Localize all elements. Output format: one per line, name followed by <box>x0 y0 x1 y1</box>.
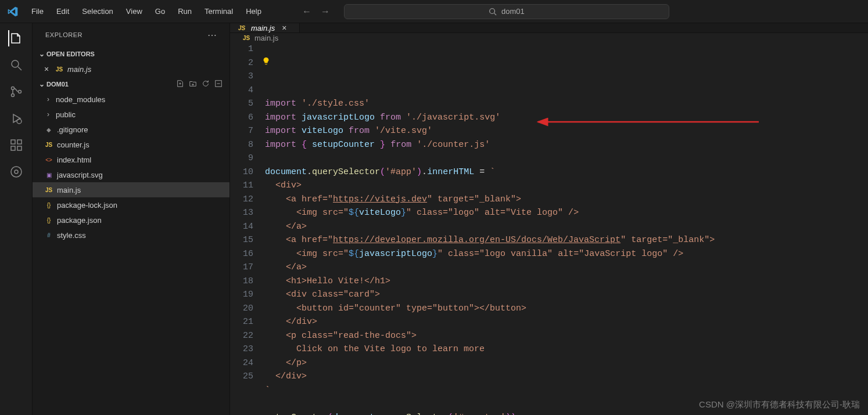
collapse-icon[interactable] <box>214 80 223 89</box>
open-editor-item[interactable]: ×JSmain.js <box>33 62 229 77</box>
menu-edit[interactable]: Edit <box>51 5 75 18</box>
code-line[interactable]: <div> <box>265 179 868 193</box>
js-file-icon: JS <box>44 140 53 149</box>
folder-name: DOM01 <box>46 81 69 88</box>
file-label: javascript.svg <box>57 171 103 179</box>
code-line[interactable]: import javascriptLogo from './javascript… <box>265 111 868 125</box>
svg-point-5 <box>11 94 14 97</box>
titlebar: FileEditSelectionViewGoRunTerminalHelp ←… <box>0 0 868 23</box>
menu-view[interactable]: View <box>120 5 148 18</box>
code-line[interactable]: <img src="${javascriptLogo}" class="logo… <box>265 247 868 261</box>
file-item[interactable]: JScounter.js <box>33 137 229 152</box>
file-label: main.js <box>67 65 91 74</box>
open-editors-label: OPEN EDITORS <box>46 50 95 57</box>
menu-run[interactable]: Run <box>172 5 198 18</box>
code-line[interactable]: setupCounter(document.querySelector('#co… <box>265 411 868 416</box>
open-editors-header[interactable]: ⌄ OPEN EDITORS <box>33 46 229 62</box>
svg-rect-8 <box>11 140 15 144</box>
nav-arrows: ← → <box>302 6 330 17</box>
menu-file[interactable]: File <box>26 5 49 18</box>
folder-header[interactable]: ⌄ DOM01 <box>33 77 229 92</box>
menu-terminal[interactable]: Terminal <box>199 5 239 18</box>
folder-item[interactable]: ›node_modules <box>33 92 229 107</box>
vscode-logo-icon <box>7 6 19 17</box>
code-line[interactable]: </p> <box>265 356 868 370</box>
code-content[interactable]: import './style.css'import javascriptLog… <box>265 42 868 415</box>
code-line[interactable]: document.querySelector('#app').innerHTML… <box>265 165 868 179</box>
svg-point-4 <box>11 87 14 90</box>
svg-point-6 <box>18 91 21 93</box>
search-activity-icon[interactable] <box>8 57 24 73</box>
file-item[interactable]: #style.css <box>33 228 229 243</box>
code-line[interactable]: </div> <box>265 370 868 384</box>
svg-point-7 <box>17 119 21 124</box>
code-line[interactable]: <button id="counter" type="button"></but… <box>265 302 868 316</box>
remote-icon[interactable] <box>8 164 24 180</box>
code-line[interactable]: Click on the Vite logo to learn more <box>265 342 868 356</box>
code-line[interactable]: </a> <box>265 220 868 234</box>
svg-line-1 <box>494 13 497 15</box>
menu-help[interactable]: Help <box>240 5 267 18</box>
file-item[interactable]: <>index.html <box>33 152 229 167</box>
file-label: package-lock.json <box>57 201 117 210</box>
sidebar: EXPLORER ⋯ ⌄ OPEN EDITORS ×JSmain.js ⌄ D… <box>33 23 230 415</box>
menu-selection[interactable]: Selection <box>76 5 119 18</box>
new-folder-icon[interactable] <box>189 80 197 89</box>
json-file-icon: {} <box>44 200 53 210</box>
watermark: CSDN @深圳市有德者科技有限公司-耿瑞 <box>699 399 860 410</box>
chevron-right-icon: › <box>44 110 52 118</box>
svg-point-12 <box>11 167 21 177</box>
close-icon[interactable]: × <box>42 64 51 74</box>
file-item[interactable]: {}package.json <box>33 212 229 228</box>
nav-back-icon[interactable]: ← <box>302 6 311 17</box>
lightbulb-icon[interactable] <box>261 56 271 66</box>
svg-point-2 <box>12 60 19 67</box>
code-line[interactable]: import viteLogo from '/vite.svg' <box>265 124 868 138</box>
new-file-icon[interactable] <box>176 80 184 89</box>
file-label: main.js <box>57 186 81 194</box>
command-center[interactable]: dom01 <box>344 4 669 19</box>
file-item[interactable]: ▣javascript.svg <box>33 167 229 182</box>
code-line[interactable]: ` <box>265 384 868 398</box>
svg-rect-9 <box>11 146 15 150</box>
code-line[interactable]: </a> <box>265 261 868 275</box>
source-control-icon[interactable] <box>8 84 24 100</box>
code-line[interactable]: <div class="card"> <box>265 288 868 302</box>
tab-label: main.js <box>251 24 275 33</box>
file-item[interactable]: JSmain.js <box>33 182 229 197</box>
file-label: index.html <box>57 156 91 164</box>
code-line[interactable] <box>265 151 868 165</box>
chevron-down-icon: ⌄ <box>37 50 46 58</box>
run-debug-icon[interactable] <box>8 110 24 127</box>
nav-forward-icon[interactable]: → <box>321 6 330 17</box>
code-line[interactable]: import { setupCounter } from './counter.… <box>265 138 868 152</box>
js-file-icon: JS <box>242 33 251 42</box>
refresh-icon[interactable] <box>202 80 210 89</box>
svg-rect-10 <box>17 146 21 150</box>
code-line[interactable]: <h1>Hello Vite!</h1> <box>265 275 868 288</box>
code-line[interactable]: import './style.css' <box>265 97 868 111</box>
folder-item[interactable]: ›public <box>33 107 229 122</box>
close-tab-icon[interactable]: × <box>282 23 286 33</box>
explorer-icon[interactable] <box>8 30 24 46</box>
sidebar-title: EXPLORER <box>45 31 83 38</box>
sidebar-more-icon[interactable]: ⋯ <box>207 30 217 41</box>
code-line[interactable]: <a href="https://vitejs.dev" target="_bl… <box>265 193 868 207</box>
code-line[interactable]: <p class="read-the-docs"> <box>265 329 868 343</box>
folder-actions <box>176 80 223 89</box>
extensions-icon[interactable] <box>8 137 24 153</box>
menu-go[interactable]: Go <box>149 5 171 18</box>
file-item[interactable]: {}package-lock.json <box>33 197 229 212</box>
svg-line-3 <box>18 67 21 70</box>
code-line[interactable]: </div> <box>265 315 868 329</box>
breadcrumb[interactable]: JS main.js <box>230 33 868 42</box>
code-line[interactable]: <img src="${viteLogo}" class="logo" alt=… <box>265 206 868 220</box>
file-label: style.css <box>57 231 86 240</box>
gitignore-file-icon: ◆ <box>44 125 53 134</box>
file-item[interactable]: ◆.gitignore <box>33 122 229 137</box>
search-icon <box>489 8 497 16</box>
tab-main-js[interactable]: JS main.js × <box>230 23 300 33</box>
code-editor[interactable]: 1234567891011121314151617181920212223242… <box>230 42 868 415</box>
svg-point-13 <box>15 170 18 174</box>
code-line[interactable]: <a href="https://developer.mozilla.org/e… <box>265 233 868 247</box>
